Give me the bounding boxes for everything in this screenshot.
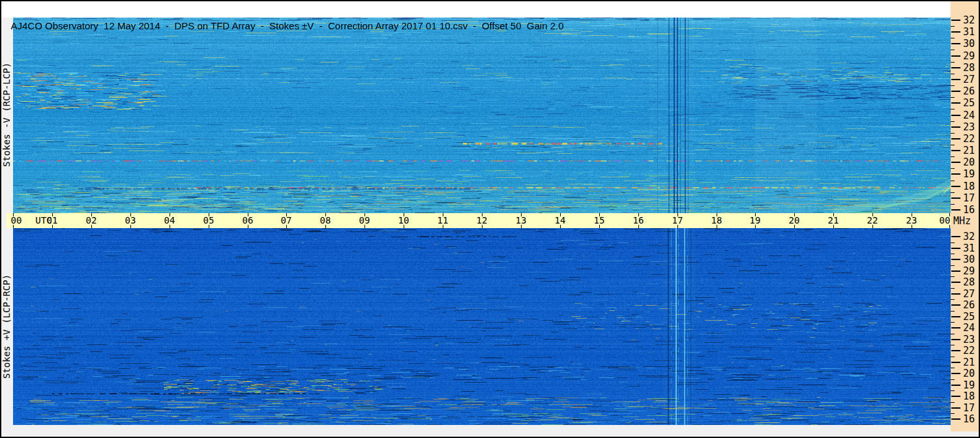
freq-label: 25 xyxy=(963,97,980,109)
freq-tick-minor xyxy=(951,413,955,414)
freq-label: 18 xyxy=(963,390,980,402)
spectrogram-stokes-minus-v[interactable] xyxy=(13,18,951,213)
freq-tick-minor xyxy=(951,299,955,300)
freq-label: 24 xyxy=(963,110,980,121)
time-label: 06 xyxy=(239,213,256,228)
freq-tick-minor xyxy=(951,265,955,266)
freq-tick-minor xyxy=(951,288,955,289)
freq-tick-minor xyxy=(951,109,955,110)
freq-tick xyxy=(951,79,960,80)
freq-tick xyxy=(951,67,960,68)
freq-tick xyxy=(951,373,960,374)
freq-tick xyxy=(951,396,960,397)
freq-label: 25 xyxy=(963,311,980,323)
time-label: 23 xyxy=(903,213,920,228)
freq-tick xyxy=(951,282,960,283)
title-bar: AJ4CO Observatory 12 May 2014 - DPS on T… xyxy=(1,1,950,18)
freq-tick xyxy=(951,20,960,21)
freq-tick-minor xyxy=(951,345,955,345)
freq-tick xyxy=(951,138,960,139)
freq-tick-minor xyxy=(951,121,955,122)
freq-tick xyxy=(951,327,960,328)
freq-tick-minor xyxy=(951,168,955,169)
freq-tick xyxy=(951,173,960,175)
freq-tick xyxy=(951,186,960,187)
freq-tick-minor xyxy=(951,402,955,403)
freq-label: 18 xyxy=(963,181,980,192)
freq-tick-minor xyxy=(951,62,955,63)
freq-tick xyxy=(951,150,960,151)
freq-tick xyxy=(951,385,960,386)
freq-tick xyxy=(951,236,960,237)
freq-tick-minor xyxy=(951,254,955,254)
time-label: 22 xyxy=(864,213,881,228)
freq-tick-minor xyxy=(951,145,955,145)
time-label: 21 xyxy=(825,213,842,228)
freq-label: 32 xyxy=(963,231,980,242)
freq-label: 23 xyxy=(963,121,980,133)
freq-label: 31 xyxy=(963,242,980,254)
spectrogram-stokes-plus-v[interactable] xyxy=(13,228,951,425)
freq-tick-minor xyxy=(951,334,955,334)
time-label: 02 xyxy=(83,213,100,228)
frequency-scale: MHz3231302928272625242322212019181716323… xyxy=(951,0,980,431)
freq-tick xyxy=(951,293,960,295)
freq-label: 27 xyxy=(963,288,980,300)
freq-label: 16 xyxy=(963,413,980,425)
freq-tick-minor xyxy=(951,368,955,368)
freq-tick-minor xyxy=(951,156,955,157)
freq-label: 20 xyxy=(963,156,980,168)
time-axis: 00UTC01020304050607080910111213141516171… xyxy=(7,213,951,228)
freq-label: 29 xyxy=(963,265,980,277)
freq-label: 31 xyxy=(963,26,980,38)
freq-label: 28 xyxy=(963,276,980,288)
freq-tick xyxy=(951,418,960,420)
freq-tick-minor xyxy=(951,276,955,277)
freq-tick-minor xyxy=(951,379,955,380)
freq-tick xyxy=(951,43,960,44)
time-label: 14 xyxy=(552,213,569,228)
freq-tick xyxy=(951,115,960,116)
time-label: 01 xyxy=(44,213,61,228)
freq-tick-minor xyxy=(951,133,955,134)
freq-tick xyxy=(951,270,960,272)
freq-tick-minor xyxy=(951,192,955,193)
time-label: 09 xyxy=(356,213,373,228)
freq-tick xyxy=(951,162,960,163)
freq-label: 30 xyxy=(963,254,980,265)
freq-label: 21 xyxy=(963,357,980,368)
freq-tick xyxy=(951,126,960,128)
freq-label: 30 xyxy=(963,38,980,50)
freq-label: 19 xyxy=(963,168,980,180)
freq-label: 26 xyxy=(963,85,980,97)
freq-tick xyxy=(951,55,960,57)
app-root: { "title": "AJ4CO Observatory 12 May 201… xyxy=(0,0,980,438)
freq-label: 19 xyxy=(963,379,980,391)
page-title: AJ4CO Observatory 12 May 2014 - DPS on T… xyxy=(11,20,564,31)
freq-tick-minor xyxy=(951,26,955,27)
freq-tick xyxy=(951,259,960,260)
time-label: 05 xyxy=(200,213,217,228)
freq-tick xyxy=(951,339,960,340)
time-label: 07 xyxy=(278,213,295,228)
freq-label: 20 xyxy=(963,368,980,379)
mhz-unit-label: MHz xyxy=(953,214,979,229)
time-label: 17 xyxy=(669,213,686,228)
freq-tick-minor xyxy=(951,181,955,181)
time-label-start: 00 xyxy=(8,213,25,228)
freq-label: 29 xyxy=(963,50,980,62)
top-panel-label: Stokes -V (RCP-LCP) xyxy=(1,63,12,167)
freq-label: 24 xyxy=(963,322,980,334)
freq-tick-minor xyxy=(951,390,955,391)
time-label: 12 xyxy=(473,213,490,228)
freq-tick-minor xyxy=(951,357,955,357)
freq-tick-minor xyxy=(951,50,955,50)
freq-tick xyxy=(951,102,960,104)
freq-tick xyxy=(951,362,960,363)
freq-tick-minor xyxy=(951,204,955,205)
time-label: 19 xyxy=(747,213,764,228)
freq-label: 26 xyxy=(963,299,980,311)
time-label: 08 xyxy=(317,213,334,228)
freq-label: 21 xyxy=(963,145,980,156)
freq-label: 22 xyxy=(963,345,980,357)
